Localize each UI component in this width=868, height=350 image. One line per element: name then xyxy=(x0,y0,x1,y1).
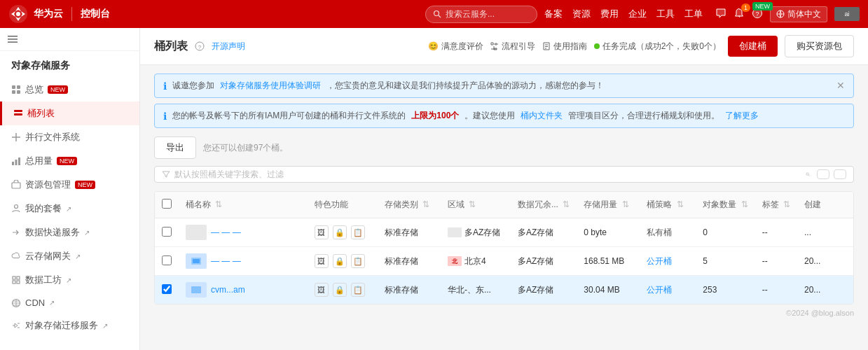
sidebar-item-my-suite[interactable]: 我的套餐 ↗ xyxy=(0,197,139,220)
row1-feature-icon-1[interactable]: 🖼 xyxy=(315,225,329,239)
row3-bucket-icon-svg xyxy=(191,286,202,294)
notification-icon-btn[interactable]: 1 xyxy=(733,8,745,21)
open-statement-link[interactable]: 开源声明 xyxy=(212,41,245,52)
refresh-icon[interactable] xyxy=(817,169,829,179)
row2-feature-icon-1[interactable]: 🖼 xyxy=(315,254,329,268)
survey-link[interactable]: 对象存储服务使用体验调研 xyxy=(220,80,321,92)
sidebar-item-usage[interactable]: 总用量 NEW xyxy=(0,149,139,173)
row3-usage-cell: 30.04 MB xyxy=(577,276,640,304)
nav-link-resources[interactable]: 资源 xyxy=(572,8,591,20)
menu-icon[interactable] xyxy=(7,34,18,45)
row3-feature-icon-1[interactable]: 🖼 xyxy=(315,283,329,297)
usage-icon xyxy=(11,156,21,166)
sort-usage-icon[interactable]: ⇅ xyxy=(622,200,629,209)
svg-rect-17 xyxy=(15,160,18,165)
use-guide-label: 使用指南 xyxy=(553,41,587,52)
row1-tags-cell: -- xyxy=(755,218,797,247)
row1-tags: -- xyxy=(762,227,768,237)
row3-created: 20... xyxy=(804,285,820,295)
sidebar-label-my-suite: 我的套餐 xyxy=(25,202,62,215)
sidebar-item-resource-pkg[interactable]: 资源包管理 NEW xyxy=(0,173,139,197)
sidebar-label-data-workshop: 数据工坊 xyxy=(25,274,62,286)
row2-feature-icon-3[interactable]: 📋 xyxy=(351,254,365,268)
sort-region-icon[interactable]: ⇅ xyxy=(469,200,476,209)
svg-text:?: ? xyxy=(198,44,202,50)
message-icon-btn[interactable] xyxy=(715,8,726,21)
row1-feature-icon-2[interactable]: 🔒 xyxy=(333,225,347,239)
row1-created: ... xyxy=(804,227,811,237)
sidebar-item-data-workshop[interactable]: 数据工坊 ↗ xyxy=(0,268,139,292)
row2-checkbox-cell xyxy=(155,247,179,276)
row2-objects: 5 xyxy=(703,256,708,266)
sort-policy-icon[interactable]: ⇅ xyxy=(677,200,684,209)
sidebar-item-cdn[interactable]: CDN ↗ xyxy=(0,292,139,314)
sidebar-item-parallel-fs[interactable]: 并行文件系统 xyxy=(0,125,139,149)
buy-resource-button[interactable]: 购买资源包 xyxy=(785,35,854,57)
svg-point-20 xyxy=(15,205,18,209)
language-label: 简体中文 xyxy=(787,8,821,20)
language-btn[interactable]: 简体中文 xyxy=(770,6,827,22)
migration-icon xyxy=(11,321,21,330)
row2-storage-type: 标准存储 xyxy=(385,256,418,266)
row2-checkbox[interactable] xyxy=(162,255,172,265)
nav-link-workorder[interactable]: 工单 xyxy=(684,8,703,20)
row2-created-cell: 20... xyxy=(797,247,853,276)
user-area[interactable]: ai xyxy=(834,7,860,21)
limit-folder-link[interactable]: 桶内文件夹 xyxy=(521,110,563,122)
settings-icon[interactable] xyxy=(834,169,846,179)
satisfaction-link[interactable]: 😊 满意度评价 xyxy=(428,41,483,52)
page-header: 桶列表 ? 开源声明 😊 满意度评价 流程引导 使用指南 任务完成 xyxy=(140,28,868,65)
sidebar-item-overview[interactable]: 总览 NEW xyxy=(0,78,139,102)
row2-feature-icon-2[interactable]: 🔒 xyxy=(333,254,347,268)
flow-guide-link[interactable]: 流程引导 xyxy=(490,41,535,52)
row2-bucket-icon xyxy=(186,253,207,269)
export-button[interactable]: 导出 xyxy=(154,136,196,159)
sidebar-toggle-area[interactable] xyxy=(0,28,139,51)
row1-feature-icons: 🖼 🔒 📋 xyxy=(315,225,371,239)
use-guide-link[interactable]: 使用指南 xyxy=(542,41,587,52)
global-search-box[interactable]: 搜索云服务... xyxy=(425,6,537,23)
limit-text1: 您的帐号及帐号下的所有IAM用户可创建的桶和并行文件系统的 xyxy=(172,110,406,122)
limit-learn-more-link[interactable]: 了解更多 xyxy=(725,110,759,122)
sidebar-item-cloud-gw[interactable]: 云存储网关 ↗ xyxy=(0,244,139,268)
nav-link-billing[interactable]: 费用 xyxy=(600,8,619,20)
row3-feature-icon-3[interactable]: 📋 xyxy=(351,283,365,297)
row3-storage-type: 标准存储 xyxy=(385,285,418,295)
sort-tags-icon[interactable]: ⇅ xyxy=(783,200,790,209)
row1-checkbox[interactable] xyxy=(162,227,172,237)
sidebar-item-data-express[interactable]: 数据快递服务 ↗ xyxy=(0,220,139,244)
svg-rect-21 xyxy=(13,276,15,279)
svg-rect-15 xyxy=(14,113,22,115)
row3-checkbox[interactable] xyxy=(162,284,172,294)
row1-feature-icon-3[interactable]: 📋 xyxy=(351,225,365,239)
search-filter-input[interactable] xyxy=(174,169,799,179)
nav-link-tools[interactable]: 工具 xyxy=(656,8,675,20)
row1-bucket-name[interactable]: — — — xyxy=(211,227,241,237)
footer-note: ©2024 @blog.alson xyxy=(154,304,854,321)
row3-bucket-name[interactable]: cvm...am xyxy=(211,285,245,295)
row1-policy: 私有桶 xyxy=(647,227,672,237)
sort-storage-icon[interactable]: ⇅ xyxy=(422,200,429,209)
top-navigation: 华为云 控制台 搜索云服务... 备案 资源 费用 企业 工具 工单 1 ? N… xyxy=(0,0,868,28)
search-submit-icon[interactable] xyxy=(803,169,813,179)
page-title-help-icon[interactable]: ? xyxy=(195,41,205,51)
sort-redundancy-icon[interactable]: ⇅ xyxy=(563,200,570,209)
row3-feature-icon-2[interactable]: 🔒 xyxy=(333,283,347,297)
sort-objects-icon[interactable]: ⇅ xyxy=(741,200,748,209)
row2-bucket-name[interactable]: — — — xyxy=(211,256,241,266)
help-icon-btn[interactable]: ? NEW xyxy=(752,8,763,21)
sort-name-icon[interactable]: ⇅ xyxy=(215,200,222,209)
select-all-checkbox[interactable] xyxy=(162,199,172,209)
sidebar-item-bucket-list[interactable]: 桶列表 xyxy=(0,102,139,125)
th-objects: 对象数量 ⇅ xyxy=(696,192,755,218)
svg-rect-32 xyxy=(193,259,200,263)
footer-text: ©2024 @blog.alson xyxy=(786,309,854,317)
nav-link-backup[interactable]: 备案 xyxy=(544,8,563,20)
task-status-label: 任务完成（成功2个，失败0个） xyxy=(602,41,721,52)
row3-region: 华北-、东... xyxy=(448,285,491,295)
create-bucket-button[interactable]: 创建桶 xyxy=(728,36,778,57)
nav-link-enterprise[interactable]: 企业 xyxy=(628,8,647,20)
sidebar-label-resource-pkg: 资源包管理 xyxy=(25,178,71,191)
survey-close-btn[interactable]: ✕ xyxy=(836,80,845,91)
sidebar-item-migration[interactable]: 对象存储迁移服务 ↗ xyxy=(0,314,139,337)
